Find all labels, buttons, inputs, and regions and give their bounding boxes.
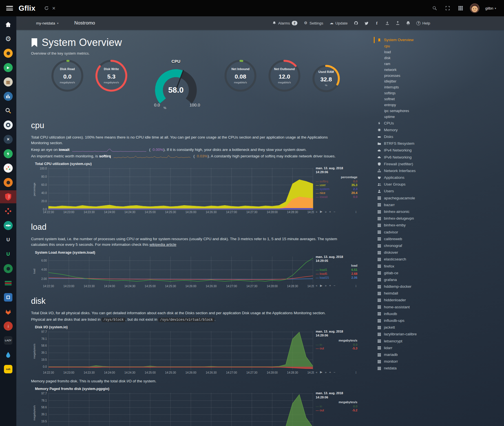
menu-app-hddtemp-docker[interactable]: hddtemp-docker	[374, 283, 443, 290]
section-heading-cpu[interactable]: cpu	[31, 121, 360, 130]
pan-left-button[interactable]: «	[316, 371, 317, 374]
section-heading-load[interactable]: load	[31, 222, 360, 232]
resize-handle[interactable]: ↕	[355, 209, 357, 214]
app-white-ring[interactable]	[0, 119, 16, 131]
play-button[interactable]: ▶	[320, 370, 322, 374]
zoom-out-button[interactable]: −	[333, 210, 335, 213]
gauge-used_ram[interactable]: Used RAM32.8%	[311, 64, 341, 94]
app-green-bolt[interactable]	[0, 147, 16, 160]
menu-app-elasticsearch[interactable]: elasticsearch	[374, 256, 443, 263]
app-shield-active[interactable]	[0, 190, 16, 203]
menu-app-jackett[interactable]: jackett	[374, 324, 443, 331]
submenu-cpu[interactable]: cpu	[374, 43, 443, 49]
submenu-ipc-semaphores[interactable]: ipc semaphores	[374, 108, 443, 114]
github-button[interactable]	[354, 21, 358, 25]
menu-app-hiddenloader[interactable]: hiddenloader	[374, 297, 443, 304]
chart-plot-load[interactable]: 14:22:3014:23:0014:23:3014:24:0014:24:30…	[35, 255, 314, 288]
submenu-entropy[interactable]: entropy	[374, 102, 443, 108]
wikipedia-link[interactable]: wikipedia article	[149, 242, 176, 247]
pan-left-button[interactable]: «	[316, 210, 317, 213]
pan-right-button[interactable]: »	[325, 371, 327, 374]
search-icon[interactable]	[431, 5, 438, 12]
avatar[interactable]	[470, 3, 479, 13]
settings-button[interactable]: ⚙ Settings	[304, 21, 323, 25]
gauge-net_inbound[interactable]: Net Inbound0.08megabits/s	[224, 59, 257, 94]
menu-app-binhex-emby[interactable]: binhex-emby	[374, 222, 443, 229]
app-dark-x[interactable]: ×	[0, 133, 16, 146]
app-lazylibrarian[interactable]: LAZY	[0, 334, 16, 347]
app-red-download[interactable]: ↓	[0, 320, 16, 333]
legend-cpu-softirq[interactable]: — softirq0.0	[316, 180, 357, 184]
legend-cpu-user[interactable]: — user35.3	[316, 183, 357, 187]
play-button[interactable]: ▶	[320, 210, 322, 213]
menu-app-grafana[interactable]: grafana	[374, 276, 443, 283]
server-selector[interactable]: my-netdata▾	[36, 21, 59, 25]
app-soundbars[interactable]	[0, 90, 16, 103]
facebook-button[interactable]: f	[375, 21, 379, 25]
app-scatter[interactable]	[0, 162, 16, 175]
play-button[interactable]: ▶	[320, 284, 322, 287]
menu-app-home-assistant[interactable]: home-assistant	[374, 304, 443, 311]
gauge-net_outbound[interactable]: Net Outbound12.0megabits/s	[268, 59, 301, 94]
menu-app-apacheguacamole[interactable]: apacheguacamole	[374, 195, 443, 202]
gauge-cpu[interactable]: CPU58.00.0100.0%	[146, 59, 205, 110]
submenu-disk[interactable]: disk	[374, 55, 443, 61]
menu-disks[interactable]: Disks	[374, 133, 443, 140]
submenu-idlejitter[interactable]: idlejitter	[374, 79, 443, 84]
legend-cpu-system[interactable]: — system2.3	[316, 187, 357, 191]
alarms-button[interactable]: Alarms 2	[272, 21, 297, 25]
menu-app-chronograf[interactable]: chronograf	[374, 242, 443, 249]
chart-plot-cpu[interactable]: 14:22:3014:23:0014:23:3014:24:0014:24:30…	[35, 166, 314, 214]
refresh-icon[interactable]	[43, 5, 50, 12]
menu-app-gitlab-ce[interactable]: gitlab-ce	[374, 270, 443, 276]
app-gitlab[interactable]	[0, 305, 16, 318]
export-button[interactable]	[395, 21, 400, 25]
submenu-processes[interactable]: processes	[374, 73, 443, 79]
menu-cpus[interactable]: CPUs	[374, 120, 443, 127]
app-u-green[interactable]: U	[0, 248, 16, 261]
app-sabnzbd[interactable]: sab	[0, 363, 16, 376]
app-dark-green-ring[interactable]	[0, 262, 16, 275]
home-button[interactable]	[0, 18, 16, 31]
twitter-button[interactable]	[364, 21, 368, 25]
menu-app-calibreweb[interactable]: calibreweb	[374, 236, 443, 242]
zoom-in-button[interactable]: +	[329, 371, 331, 374]
app-lines[interactable]	[0, 276, 16, 289]
legend-cpu-nice[interactable]: — nice20.4	[316, 191, 357, 195]
fullscreen-icon[interactable]	[444, 5, 451, 12]
menu-app-letsencrypt[interactable]: letsencrypt	[374, 338, 443, 345]
menu-app-cadvisor[interactable]: cadvisor	[374, 229, 443, 236]
menu-ipv6-networking[interactable]: IPv6 Networking	[374, 154, 443, 161]
menu-memory[interactable]: Memory	[374, 127, 443, 133]
app-orange-ring[interactable]	[0, 47, 16, 60]
pan-left-button[interactable]: «	[316, 284, 317, 287]
menu-ipv4-networking[interactable]: IPv4 Networking	[374, 147, 443, 154]
submenu-ram[interactable]: ram	[374, 61, 443, 67]
submenu-interrupts[interactable]: interrupts	[374, 84, 443, 90]
app-orange-ring-2[interactable]	[0, 176, 16, 189]
legend-io-out[interactable]: — out-5.3	[316, 347, 357, 351]
menu-app-netdata[interactable]: netdata	[374, 365, 443, 372]
app-u-gray[interactable]: U	[0, 233, 16, 246]
menu-applications[interactable]: Applications	[374, 174, 443, 181]
menu-app-mariadb[interactable]: mariadb	[374, 351, 443, 358]
app-search[interactable]	[0, 104, 16, 117]
apps-grid-icon[interactable]	[457, 5, 464, 12]
settings-button[interactable]: ⚙	[0, 32, 16, 45]
app-red-dots[interactable]	[0, 205, 16, 218]
menu-users[interactable]: Users	[374, 188, 443, 195]
hamburger-menu-icon[interactable]	[6, 6, 13, 10]
resize-handle[interactable]: ↕	[355, 370, 357, 374]
gauge-disk_write[interactable]: Disk Write5.3megabytes/s	[94, 59, 128, 94]
submenu-network[interactable]: network	[374, 67, 443, 73]
submenu-uptime[interactable]: uptime	[374, 114, 443, 120]
menu-app-heimdall[interactable]: heimdall	[374, 290, 443, 297]
menu-system-overview[interactable]: System Overview	[374, 37, 443, 43]
legend-cpu-iowait[interactable]: — iowait0.0	[316, 195, 357, 199]
legend-io-in[interactable]: — in0.0	[316, 343, 357, 347]
zoom-out-button[interactable]: −	[333, 284, 335, 287]
menu-app-lazylibrarian-calibre[interactable]: lazylibrarian-calibre	[374, 331, 443, 338]
zoom-out-button[interactable]: −	[333, 371, 335, 374]
section-heading-disk[interactable]: disk	[31, 296, 360, 306]
help-button[interactable]: ? Help	[416, 21, 430, 25]
